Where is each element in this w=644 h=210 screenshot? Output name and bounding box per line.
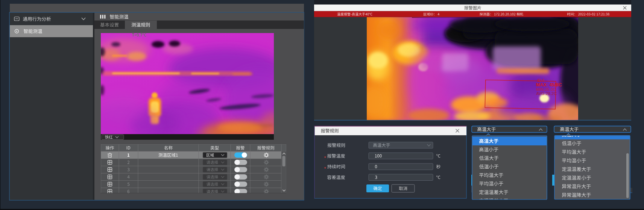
svg-text:AVG:28.2C: AVG:28.2C [536, 91, 557, 96]
svg-text:MAX: 45/8C: MAX: 45/8C [536, 82, 562, 88]
